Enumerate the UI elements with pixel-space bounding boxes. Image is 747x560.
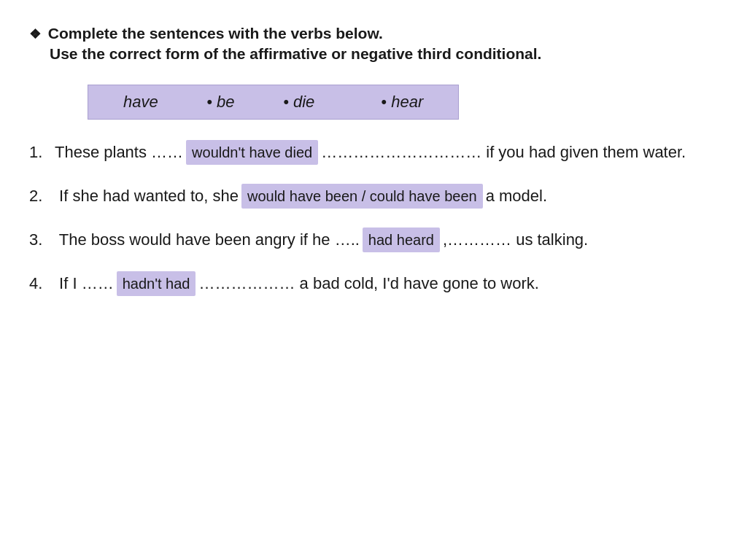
instruction-line1: Complete the sentences with the verbs be… — [48, 25, 383, 42]
sentence-4-number: 4. — [29, 271, 55, 295]
verb-have: have — [123, 93, 158, 111]
sentence-4-before: If I …… — [55, 271, 114, 295]
sentence-2-after: a model. — [486, 184, 547, 208]
sentence-2-answer: would have been / could have been — [241, 184, 483, 209]
sentence-3-answer: had heard — [363, 228, 440, 252]
sentence-4: 4. If I …… hadn't had ……………… a bad cold,… — [29, 271, 718, 296]
sentence-1-before: These plants …… — [55, 140, 183, 164]
verb-die: • die — [283, 93, 314, 111]
sentence-1-number: 1. — [29, 140, 55, 164]
sentence-1-after: ………………………… if you had given them water. — [321, 140, 686, 164]
verb-hear: • hear — [381, 93, 423, 111]
verb-box: have • be • die • hear — [88, 85, 459, 120]
sentence-2-before: If she had wanted to, she — [55, 184, 239, 208]
verb-be: • be — [206, 93, 234, 111]
verb-box-container: have • be • die • hear — [88, 85, 718, 120]
main-instruction: ❖ Complete the sentences with the verbs … — [29, 22, 718, 45]
diamond-bullet: ❖ — [29, 27, 41, 42]
sub-instruction: Use the correct form of the affirmative … — [50, 45, 718, 63]
sentence-3-before: The boss would have been angry if he ….. — [55, 228, 360, 252]
sentence-3-after: ,………… us talking. — [443, 228, 588, 252]
sentence-4-answer: hadn't had — [117, 271, 196, 296]
sentences-section: 1. These plants …… wouldn't have died ……… — [29, 140, 718, 296]
sentence-3-number: 3. — [29, 228, 55, 252]
sentence-1: 1. These plants …… wouldn't have died ……… — [29, 140, 718, 165]
sentence-4-after: ……………… a bad cold, I'd have gone to work… — [198, 271, 538, 295]
sentence-2-number: 2. — [29, 184, 55, 208]
sentence-1-answer: wouldn't have died — [186, 140, 318, 165]
sentence-2: 2. If she had wanted to, she would have … — [29, 184, 718, 209]
header-section: ❖ Complete the sentences with the verbs … — [29, 22, 718, 63]
sentence-3: 3. The boss would have been angry if he … — [29, 228, 718, 252]
